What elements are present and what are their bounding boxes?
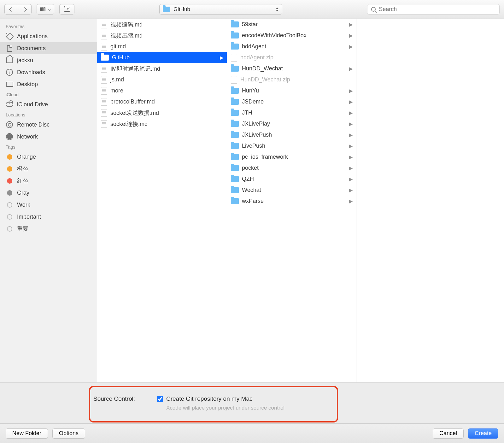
file-row[interactable]: socket连接.md (97, 118, 227, 129)
sidebar-item[interactable]: Desktop (0, 78, 97, 90)
net-icon (6, 133, 13, 140)
updown-icon (276, 8, 279, 11)
file-row[interactable]: hddAgent.zip (227, 52, 356, 63)
sidebar-item[interactable]: 橙色 (0, 163, 97, 175)
sidebar-item[interactable]: Gray (0, 187, 97, 199)
sidebar-item[interactable]: Remote Disc (0, 119, 97, 131)
sidebar-item[interactable]: iCloud Drive (0, 98, 97, 110)
sidebar-item-label: Documents (17, 45, 46, 52)
main-browser: FavoritesApplicationsDocumentsjackxu↓Dow… (0, 19, 504, 382)
sidebar-item-label: Work (17, 202, 30, 208)
sidebar-item[interactable]: ↓Downloads (0, 66, 97, 78)
search-field[interactable] (367, 4, 500, 15)
file-row[interactable]: hddAgent▶ (227, 41, 356, 52)
path-label: GitHub (173, 6, 190, 13)
tag-icon (6, 153, 13, 160)
disclosure-arrow-icon: ▶ (349, 187, 353, 193)
file-row[interactable]: LivePush▶ (227, 140, 356, 151)
file-label: JXLivePush (242, 132, 272, 138)
file-label: hddAgent (242, 43, 266, 50)
folder-icon (101, 55, 109, 61)
file-icon (101, 21, 107, 28)
disclosure-arrow-icon: ▶ (349, 143, 353, 149)
disclosure-arrow-icon: ▶ (349, 176, 353, 182)
file-row[interactable]: encodeWithVideoToolBox▶ (227, 30, 356, 41)
file-label: GitHub (112, 54, 130, 61)
file-label: js.md (110, 76, 124, 83)
sidebar-item[interactable]: Network (0, 131, 97, 143)
create-button[interactable]: Create (468, 428, 498, 439)
source-control-panel: Source Control: Create Git repository on… (0, 382, 504, 423)
disclosure-arrow-icon: ▶ (349, 88, 353, 94)
sidebar-item[interactable]: Orange (0, 151, 97, 163)
sidebar-section-header: Tags (0, 143, 97, 151)
column-view: 视频编码.md视频压缩.mdgit.mdGitHub▶IM即时通讯笔记.mdjs… (97, 19, 504, 382)
file-label: 视频编码.md (110, 21, 143, 28)
disclosure-arrow-icon: ▶ (349, 33, 353, 38)
disclosure-arrow-icon: ▶ (349, 132, 353, 138)
sidebar-item-label: 重要 (17, 225, 28, 233)
file-row[interactable]: more (97, 85, 227, 96)
file-label: pc_ios_framework (242, 154, 288, 160)
file-row[interactable]: js.md (97, 74, 227, 85)
sidebar-item[interactable]: 重要 (0, 223, 97, 235)
file-row[interactable]: pc_ios_framework▶ (227, 151, 356, 162)
file-row[interactable]: 视频编码.md (97, 19, 227, 30)
search-input[interactable] (379, 6, 495, 13)
file-row[interactable]: QZH▶ (227, 174, 356, 185)
sidebar-item[interactable]: Documents (0, 42, 97, 54)
file-row[interactable]: git.md (97, 41, 227, 52)
new-folder-toolbar-button[interactable] (59, 4, 74, 15)
file-label: HunYu (242, 87, 259, 94)
sidebar-item[interactable]: 红色 (0, 175, 97, 187)
zip-icon (231, 54, 237, 62)
file-row[interactable]: HunDD_Wechat.zip (227, 74, 356, 85)
file-row[interactable]: wxParse▶ (227, 196, 356, 207)
sidebar-item[interactable]: Work (0, 199, 97, 211)
sidebar-item[interactable]: Important (0, 211, 97, 223)
git-checkbox-row[interactable]: Create Git repository on my Mac (157, 395, 252, 402)
cancel-button[interactable]: Cancel (433, 428, 464, 439)
git-checkbox-label: Create Git repository on my Mac (166, 395, 252, 402)
disclosure-arrow-icon: ▶ (349, 110, 353, 116)
forward-button[interactable] (18, 4, 32, 15)
file-icon (101, 43, 107, 50)
sidebar-item-label: Downloads (17, 69, 45, 76)
file-icon (101, 109, 107, 117)
file-row[interactable]: IM即时通讯笔记.md (97, 63, 227, 74)
git-checkbox[interactable] (157, 396, 163, 402)
back-button[interactable] (4, 4, 18, 15)
file-row[interactable]: JSDemo▶ (227, 96, 356, 107)
folder-icon (231, 21, 239, 27)
view-mode-button[interactable] (37, 4, 54, 15)
file-row[interactable]: socket发送数据.md (97, 107, 227, 118)
folder-icon (231, 154, 239, 160)
sidebar-item[interactable]: jackxu (0, 54, 97, 66)
path-popup[interactable]: GitHub (159, 4, 282, 15)
file-icon (101, 32, 107, 39)
file-row[interactable]: 59star▶ (227, 19, 356, 30)
file-row[interactable]: JXLivePush▶ (227, 129, 356, 140)
file-row[interactable]: pocket▶ (227, 162, 356, 174)
file-label: JTH (242, 109, 252, 116)
file-row[interactable]: HunYu▶ (227, 85, 356, 96)
file-label: HunDD_Wechat (242, 65, 283, 72)
file-label: JXLivePlay (242, 121, 270, 127)
disc-icon (6, 121, 13, 128)
folder-icon (231, 110, 239, 116)
file-row[interactable]: HunDD_Wechat▶ (227, 63, 356, 74)
file-row[interactable]: GitHub▶ (97, 52, 227, 63)
chevron-left-icon (9, 7, 13, 11)
zip-icon (231, 76, 237, 84)
sidebar-item[interactable]: Applications (0, 30, 97, 42)
new-folder-button[interactable]: New Folder (6, 428, 48, 439)
file-row[interactable]: JXLivePlay▶ (227, 118, 356, 129)
file-label: pocket (242, 165, 259, 171)
file-row[interactable]: Wechat▶ (227, 185, 356, 196)
file-label: protocolBuffer.md (110, 98, 155, 105)
file-row[interactable]: protocolBuffer.md (97, 96, 227, 107)
file-row[interactable]: JTH▶ (227, 107, 356, 118)
tag-icon (6, 177, 13, 184)
file-row[interactable]: 视频压缩.md (97, 30, 227, 41)
options-button[interactable]: Options (52, 428, 85, 439)
